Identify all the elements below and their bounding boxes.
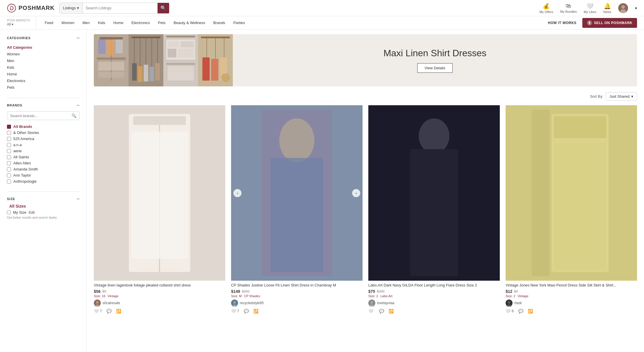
- nav-women[interactable]: Women: [57, 16, 78, 30]
- svg-rect-31: [178, 49, 194, 57]
- sidebar-item-all-categories[interactable]: All Categories: [7, 44, 80, 51]
- brand-item-amanda-smith[interactable]: Amanda Smith: [7, 166, 80, 172]
- product-comment-3[interactable]: 💬: [518, 309, 523, 313]
- product-like-1[interactable]: 🤍 7: [231, 309, 239, 313]
- hero-cta-button[interactable]: View Details: [417, 63, 452, 73]
- nav-pets[interactable]: Pets: [154, 16, 170, 30]
- brand-checkbox-ann-taylor[interactable]: [7, 173, 11, 177]
- brand-checkbox-aerie[interactable]: [7, 149, 11, 153]
- product-next-arrow-1[interactable]: ›: [352, 189, 360, 197]
- nav-electronics[interactable]: Electronics: [127, 16, 154, 30]
- nav-home[interactable]: Home: [109, 16, 127, 30]
- product-actions-3: 🤍 6 💬 🔁: [506, 309, 637, 313]
- logo-link[interactable]: POSHMARK: [7, 3, 55, 13]
- product-share-2[interactable]: 🔁: [389, 309, 394, 313]
- product-prev-arrow-1[interactable]: ‹: [233, 189, 241, 197]
- product-brand-1[interactable]: CP Shades: [244, 294, 260, 298]
- seller-name-2[interactable]: lovetayviaa: [377, 301, 394, 305]
- product-like-3[interactable]: 🤍 6: [506, 309, 514, 313]
- product-card-3[interactable]: Vintage Jones New York Maxi Pencil Dress…: [506, 105, 637, 313]
- nav-beauty[interactable]: Beauty & Wellness: [170, 16, 209, 30]
- nav-bundles[interactable]: 🛍 My Bundles: [560, 3, 577, 13]
- sidebar-item-kids[interactable]: Kids: [7, 64, 80, 71]
- svg-rect-21: [138, 66, 142, 82]
- search-type-dropdown[interactable]: Listings ▾: [60, 3, 83, 13]
- categories-collapse-button[interactable]: −: [76, 35, 80, 41]
- brand-item-525america[interactable]: 525 America: [7, 136, 80, 142]
- product-brand-0[interactable]: Vintage: [108, 294, 118, 298]
- share-icon-3: 🔁: [528, 309, 533, 313]
- product-like-0[interactable]: 🤍 7: [94, 309, 102, 313]
- sidebar-item-pets[interactable]: Pets: [7, 84, 80, 91]
- product-size-0[interactable]: Size: 16: [94, 294, 105, 298]
- brand-checkbox-anthropologie[interactable]: [7, 179, 11, 184]
- product-share-0[interactable]: 🔁: [116, 309, 121, 313]
- sidebar-item-women[interactable]: Women: [7, 51, 80, 57]
- nav-kids[interactable]: Kids: [94, 16, 109, 30]
- nav-men[interactable]: Men: [78, 16, 94, 30]
- search-type-chevron: ▾: [77, 6, 79, 10]
- brand-label-aerie: aerie: [13, 149, 22, 153]
- brand-item-ana[interactable]: a.n.a: [7, 142, 80, 148]
- user-avatar[interactable]: [618, 3, 628, 13]
- brand-checkbox-ana[interactable]: [7, 143, 11, 147]
- brand-item-allen-allen[interactable]: Allen Allen: [7, 160, 80, 166]
- brand-item-ann-taylor[interactable]: Ann Taylor: [7, 172, 80, 178]
- my-size-checkbox[interactable]: [7, 211, 11, 214]
- search-input[interactable]: [83, 3, 158, 13]
- brands-collapse-button[interactable]: −: [76, 103, 80, 108]
- all-sizes-row[interactable]: All Sizes: [7, 204, 80, 208]
- brand-item-all[interactable]: All Brands: [7, 124, 80, 130]
- product-brand-2[interactable]: Labo.Art: [380, 294, 393, 298]
- nav-news[interactable]: 🔔 News: [603, 3, 611, 14]
- brand-checkbox-all-saints[interactable]: [7, 155, 11, 159]
- product-brand-3[interactable]: Vintage: [518, 294, 528, 298]
- product-share-3[interactable]: 🔁: [528, 309, 533, 313]
- brand-item-aerie[interactable]: aerie: [7, 148, 80, 154]
- brand-item-all-saints[interactable]: All Saints: [7, 154, 80, 160]
- product-size-2[interactable]: Size: 2: [368, 294, 378, 298]
- hero-image-2: [129, 34, 163, 86]
- how-it-works-link[interactable]: HOW IT WORKS: [548, 21, 577, 25]
- sidebar-item-men[interactable]: Men: [7, 57, 80, 64]
- brands-search-input[interactable]: [10, 114, 72, 118]
- seller-name-1[interactable]: recycledstyle95: [240, 301, 264, 305]
- product-comment-1[interactable]: 💬: [244, 309, 249, 313]
- sort-dropdown[interactable]: Just Shared ▾: [606, 92, 637, 101]
- sidebar-item-electronics[interactable]: Electronics: [7, 77, 80, 84]
- nav-brands[interactable]: Brands: [209, 16, 229, 30]
- sidebar-item-home[interactable]: Home: [7, 71, 80, 77]
- brand-item-anthropologie[interactable]: Anthropologie: [7, 178, 80, 184]
- brand-checkbox-other-stories[interactable]: [7, 131, 11, 135]
- product-comment-2[interactable]: 💬: [379, 309, 384, 313]
- product-price-row-3: $12 $0: [506, 289, 637, 294]
- product-card-1[interactable]: ‹ › CP Shades Justine Loose Fit Linen Sh…: [231, 105, 363, 313]
- product-card-2[interactable]: Labo.Art Dark Navy GILDA Floor Length Lo…: [368, 105, 500, 313]
- product-card-0[interactable]: Vintage linen lagenlook foliage pleated …: [94, 105, 225, 313]
- product-size-3[interactable]: Size: 2: [506, 294, 515, 298]
- product-share-1[interactable]: 🔁: [253, 309, 258, 313]
- product-comment-0[interactable]: 💬: [107, 309, 111, 313]
- brand-checkbox-allen-allen[interactable]: [7, 161, 11, 165]
- user-dropdown-chevron[interactable]: ▾: [635, 6, 637, 10]
- svg-rect-29: [181, 41, 194, 47]
- brand-checkbox-525america[interactable]: [7, 137, 11, 141]
- svg-point-49: [95, 304, 100, 306]
- nav-feed[interactable]: Feed: [41, 16, 57, 30]
- product-like-2[interactable]: 🤍: [368, 309, 374, 313]
- sell-on-poshmark-button[interactable]: $ SELL ON POSHMARK: [582, 18, 637, 28]
- nav-likes[interactable]: 🤍 My Likes: [584, 3, 596, 14]
- product-figure-3: [506, 105, 637, 281]
- my-size-edit-link[interactable]: Edit: [29, 211, 35, 215]
- size-collapse-button[interactable]: −: [76, 196, 80, 202]
- svg-point-66: [508, 301, 511, 304]
- brand-checkbox-amanda-smith[interactable]: [7, 167, 11, 171]
- nav-parties[interactable]: Parties: [229, 16, 249, 30]
- brand-item-other-stories[interactable]: & Other Stories: [7, 130, 80, 136]
- search-submit-button[interactable]: 🔍: [158, 3, 169, 13]
- posh-markets-selector[interactable]: POSH MARKETS All ▾: [7, 19, 30, 27]
- seller-name-0[interactable]: s0calresale: [103, 301, 120, 305]
- nav-offers[interactable]: 💰 My Offers: [539, 3, 553, 14]
- product-size-1[interactable]: Size: M: [231, 294, 242, 298]
- seller-name-3[interactable]: rtask: [514, 301, 522, 305]
